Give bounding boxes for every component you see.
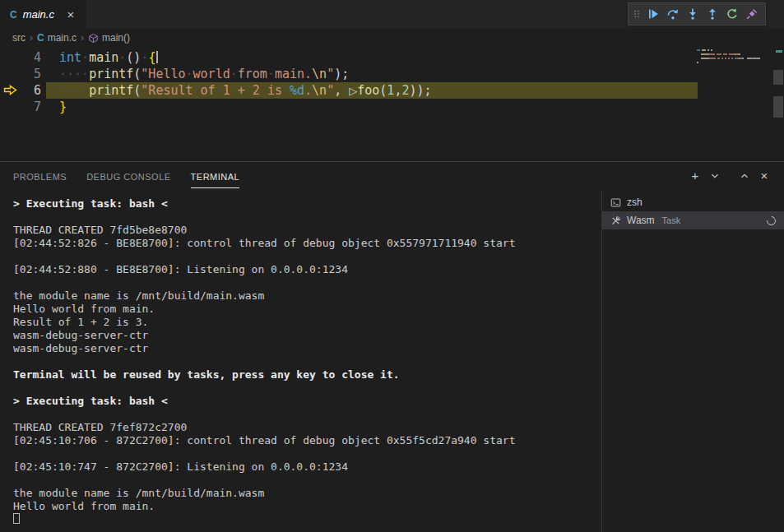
line-number: 7 [23, 99, 41, 115]
terminal-line [13, 447, 601, 460]
terminal-line: > Executing task: bash < [13, 395, 601, 408]
restart-button[interactable] [722, 4, 742, 24]
breakpoint-gutter[interactable] [0, 49, 23, 66]
bottom-panel: PROBLEMSDEBUG CONSOLETERMINAL +× > Execu… [0, 161, 784, 532]
editor-lines: 4int·main·()·{5····printf("Hello·world·f… [0, 49, 784, 115]
terminal-line: [02:44:52:826 - BE8E8700]: control threa… [13, 237, 601, 250]
terminal-line: Hello world from main. [13, 303, 601, 316]
minimap-line [697, 58, 772, 59]
code-text[interactable]: } [59, 99, 67, 115]
close-panel-button[interactable]: × [756, 168, 772, 184]
breakpoint-gutter[interactable] [0, 99, 23, 115]
loading-spinner-icon [765, 214, 777, 226]
panel-tabs: PROBLEMSDEBUG CONSOLETERMINAL [13, 164, 239, 188]
editor-scrollbar[interactable] [773, 70, 783, 85]
terminal-output[interactable]: > Executing task: bash <THREAD CREATED 7… [0, 190, 601, 532]
new-terminal-button[interactable]: + [687, 168, 703, 184]
terminal-line [13, 210, 601, 224]
panel-tab-terminal[interactable]: TERMINAL [191, 164, 240, 188]
terminal-line: [02:45:10:747 - 872C2700]: Listening on … [13, 460, 601, 474]
tab-main-c[interactable]: C main.c × [0, 0, 86, 29]
minimap-line [697, 62, 772, 63]
terminal-line [13, 474, 601, 487]
terminal-line: [02:45:10:706 - 872C2700]: control threa… [13, 434, 601, 447]
method-icon [88, 33, 99, 44]
breadcrumb-item-src[interactable]: src [12, 32, 26, 44]
breadcrumb-item-mainc[interactable]: Cmain.c [37, 32, 77, 44]
panel-header: PROBLEMSDEBUG CONSOLETERMINAL +× [0, 162, 784, 190]
terminal-line: Terminal will be reused by tasks, press … [13, 368, 601, 382]
inline-run-icon: ▷ [349, 85, 357, 97]
terminal-line [13, 250, 601, 263]
code-text[interactable]: ····printf("Hello·world·from·main.\n"); [59, 66, 349, 82]
breadcrumb-item-main[interactable]: main() [88, 32, 130, 44]
line-number: 4 [23, 49, 41, 66]
debug-toolbar-buttons [643, 4, 762, 24]
debug-toolbar [628, 2, 766, 25]
breakpoint-gutter[interactable] [0, 82, 23, 99]
line-number: 5 [23, 66, 41, 82]
drag-handle-icon[interactable] [632, 7, 643, 21]
minimap-line [697, 53, 772, 55]
breadcrumb-label: main() [102, 32, 130, 44]
terminal-line: wasm-debug-server-ctr [13, 342, 601, 355]
close-tab-icon[interactable]: × [63, 7, 78, 21]
code-line: 6····printf("Result·of·1·+·2·is·%d.\n",·… [0, 82, 784, 99]
terminal-line [13, 276, 601, 289]
minimap-slider[interactable] [773, 96, 783, 118]
panel-tab-problems[interactable]: PROBLEMS [13, 164, 67, 188]
panel-actions: +× [687, 168, 772, 184]
continue-button[interactable] [643, 4, 663, 24]
step-out-button[interactable] [703, 4, 722, 24]
editor-cursor [156, 51, 158, 63]
breadcrumb-separator: › [81, 32, 84, 44]
minimap[interactable] [697, 49, 772, 66]
tab-label: main.c [23, 8, 54, 21]
terminal-line: [02:44:52:880 - BE8E8700]: Listening on … [13, 263, 601, 276]
disconnect-button[interactable] [742, 4, 762, 24]
panel-tab-debug-console[interactable]: DEBUG CONSOLE [86, 164, 170, 188]
terminal-line [13, 513, 601, 526]
terminal-line [13, 382, 601, 395]
breadcrumb-separator: › [30, 32, 33, 44]
code-line: 4int·main·()·{ [0, 49, 784, 66]
code-editor: 4int·main·()·{5····printf("Hello·world·f… [0, 47, 784, 161]
code-line: 7} [0, 99, 784, 115]
maximize-panel-button[interactable] [736, 168, 753, 184]
terminal-line [13, 355, 601, 368]
line-number: 6 [23, 82, 41, 99]
terminal-line: wasm-debug-server-ctr [13, 329, 601, 342]
c-file-icon: C [37, 32, 44, 44]
terminal-line: the module name is /mnt/build/main.wasm [13, 289, 601, 303]
overview-ruler-mark [776, 50, 782, 53]
terminal-icon [610, 197, 621, 208]
breakpoint-gutter[interactable] [0, 66, 23, 82]
terminal-launch-dropdown-button[interactable] [707, 168, 723, 184]
terminal-line: Result of 1 + 2 is 3. [13, 316, 601, 329]
terminal-line: THREAD CREATED 7fd5be8e8700 [13, 224, 601, 237]
terminal-line: the module name is /mnt/build/main.wasm [13, 487, 601, 500]
terminal-line: THREAD CREATED 7fef872c2700 [13, 421, 601, 434]
terminal-line: Hello world from main. [13, 500, 601, 513]
breadcrumb-label: main.c [48, 32, 77, 44]
terminal-tab-wasm[interactable]: WasmTask [602, 211, 784, 229]
code-line: 5····printf("Hello·world·from·main.\n"); [0, 66, 784, 82]
breadcrumb: src›Cmain.c›main() [0, 29, 784, 47]
terminal-line: > Executing task: bash < [13, 197, 601, 210]
c-file-icon: C [10, 9, 17, 21]
code-text[interactable]: ····printf("Result·of·1·+·2·is·%d.\n",·▷… [59, 82, 432, 99]
step-into-button[interactable] [683, 4, 703, 24]
tools-icon [610, 215, 621, 226]
step-over-button[interactable] [663, 4, 683, 24]
terminal-tabs-list: zshWasmTask [601, 190, 784, 532]
tab-bar: C main.c × [0, 0, 784, 29]
panel-body: > Executing task: bash <THREAD CREATED 7… [0, 190, 784, 532]
terminal-line [13, 408, 601, 421]
terminal-tab-zsh[interactable]: zsh [602, 193, 784, 211]
terminal-cursor [13, 513, 20, 524]
breadcrumb-label: src [12, 32, 26, 44]
code-text[interactable]: int·main·()·{ [59, 49, 158, 66]
minimap-line [697, 49, 772, 51]
